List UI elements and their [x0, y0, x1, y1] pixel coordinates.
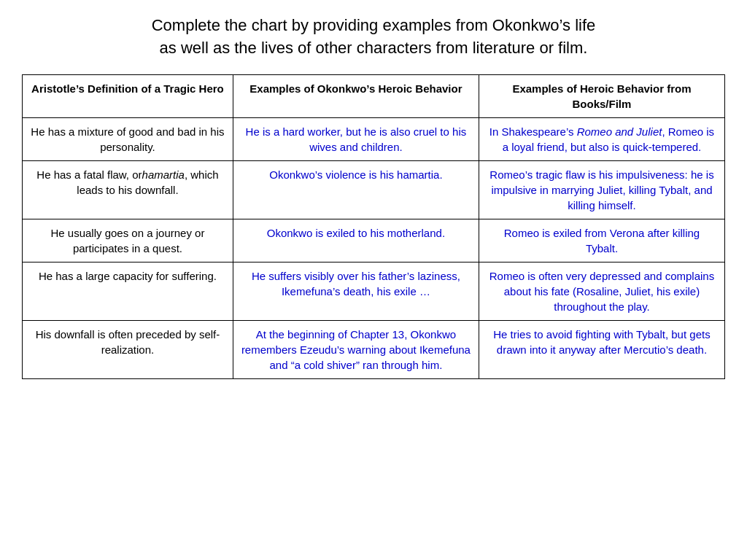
- row3-col3: Romeo is exiled from Verona after killin…: [479, 219, 724, 262]
- table-row: He has a large capacity for suffering. H…: [23, 262, 725, 320]
- header-col3: Examples of Heroic Behavior from Books/F…: [479, 74, 724, 117]
- row3-col2: Okonkwo is exiled to his motherland.: [233, 219, 479, 262]
- row5-col1: His downfall is often preceded by self-r…: [23, 320, 233, 378]
- row1-col3: In Shakespeare’s Romeo and Juliet, Romeo…: [479, 117, 724, 160]
- row5-col2: At the beginning of Chapter 13, Okonkwo …: [233, 320, 479, 378]
- row2-col3: Romeo’s tragic flaw is his impulsiveness…: [479, 160, 724, 219]
- row2-col1: He has a fatal flaw, orhamartia, which l…: [23, 160, 233, 219]
- row4-col1: He has a large capacity for suffering.: [23, 262, 233, 320]
- header-col1: Aristotle’s Definition of a Tragic Hero: [23, 74, 233, 117]
- table-row: He usually goes on a journey or particip…: [23, 219, 725, 262]
- table-row: He has a mixture of good and bad in his …: [23, 117, 725, 160]
- header-col2: Examples of Okonkwo’s Heroic Behavior: [233, 74, 479, 117]
- main-table: Aristotle’s Definition of a Tragic Hero …: [22, 74, 725, 379]
- table-row: He has a fatal flaw, orhamartia, which l…: [23, 160, 725, 219]
- row4-col2: He suffers visibly over his father’s laz…: [233, 262, 479, 320]
- row3-col1: He usually goes on a journey or particip…: [23, 219, 233, 262]
- row1-col2: He is a hard worker, but he is also crue…: [233, 117, 479, 160]
- table-header-row: Aristotle’s Definition of a Tragic Hero …: [23, 74, 725, 117]
- row5-col3: He tries to avoid fighting with Tybalt, …: [479, 320, 724, 378]
- row2-col2: Okonkwo’s violence is his hamartia.: [233, 160, 479, 219]
- table-row: His downfall is often preceded by self-r…: [23, 320, 725, 378]
- row1-col1: He has a mixture of good and bad in his …: [23, 117, 233, 160]
- page-title: Complete the chart by providing examples…: [22, 15, 725, 60]
- row4-col3: Romeo is often very depressed and compla…: [479, 262, 724, 320]
